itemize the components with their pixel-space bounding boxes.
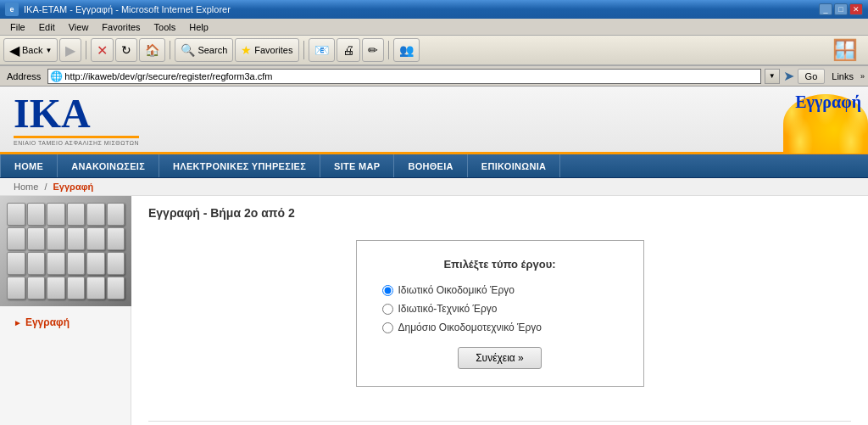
search-label: Search (198, 45, 227, 55)
menu-help[interactable]: Help (182, 20, 215, 34)
stop-icon: ✕ (97, 42, 108, 59)
radio-private-building[interactable] (382, 285, 393, 296)
sidebar-eggrafi-label: Εγγραφή (25, 316, 70, 328)
key-16 (67, 252, 86, 275)
menu-file[interactable]: File (3, 20, 32, 34)
breadcrumb: Home / Εγγραφή (0, 178, 868, 196)
favorites-button[interactable]: ★ Favorites (235, 38, 298, 62)
star-icon: ★ (241, 43, 252, 57)
back-button[interactable]: ◀ Back ▼ (3, 38, 58, 62)
key-4 (67, 203, 86, 226)
radio-item-2[interactable]: Ιδιωτικό-Τεχνικό Έργο (382, 303, 618, 315)
radio-private-technical[interactable] (382, 304, 393, 315)
edit-icon: ✏ (368, 43, 378, 57)
nav-announcements[interactable]: ΑΝΑΚΟΙΝΩΣΕΙΣ (58, 154, 159, 177)
edit-button[interactable]: ✏ (362, 38, 384, 62)
site-nav: HOME ΑΝΑΚΟΙΝΩΣΕΙΣ ΗΛΕΚΤΡΟΝΙΚΕΣ ΥΠΗΡΕΣΙΕΣ… (0, 154, 868, 178)
toolbar-separator-4 (388, 41, 389, 59)
nav-contact[interactable]: ΕΠΙΚΟΙΝΩΝΙΑ (468, 154, 560, 177)
submit-row: Συνέχεια » (382, 347, 618, 369)
breadcrumb-separator: / (44, 182, 47, 192)
toolbar-separator-1 (86, 41, 86, 59)
eggrafi-badge: Εγγραφή (795, 92, 861, 112)
print-button[interactable]: 🖨 (337, 38, 360, 62)
nav-help[interactable]: ΒΟΗΘΕΙΑ (394, 154, 467, 177)
forward-button[interactable]: ▶ (59, 38, 81, 62)
address-dropdown[interactable]: ▼ (765, 69, 780, 84)
site-header: ΙΚΑ ΕΝΙΑΙΟ ΤΑΜΕΙΟ ΑΣΦΑΛΙΣΗΣ ΜΙΣΘΩΤΩΝ Εγγ… (0, 87, 868, 154)
key-7 (7, 227, 25, 250)
key-11 (86, 227, 105, 250)
radio-item-3[interactable]: Δημόσιο Οικοδομοτεχνικό Έργο (382, 322, 618, 333)
media-button[interactable]: 📧 (309, 38, 335, 62)
toolbar: ◀ Back ▼ ▶ ✕ ↻ 🏠 🔍 Search ★ Favorites 📧 … (0, 36, 868, 66)
address-bar: Address 🌐 ▼ ➤ Go Links » (0, 66, 868, 87)
menu-favorites[interactable]: Favorites (95, 20, 147, 34)
close-button[interactable]: ✕ (849, 3, 863, 15)
sidebar-menu: ► Εγγραφή (0, 306, 131, 338)
key-19 (7, 277, 25, 299)
address-input-wrap: 🌐 (47, 69, 760, 84)
nav-sitemap[interactable]: SITE MAP (320, 154, 394, 177)
key-8 (27, 227, 46, 250)
logo-line (14, 136, 139, 138)
menu-view[interactable]: View (62, 20, 96, 34)
key-24 (107, 277, 125, 299)
toolbar-separator-3 (303, 41, 304, 59)
submit-button[interactable]: Συνέχεια » (458, 347, 542, 369)
window-controls[interactable]: _ □ ✕ (819, 3, 863, 15)
key-23 (86, 277, 105, 299)
key-15 (47, 252, 65, 275)
nav-services[interactable]: ΗΛΕΚΤΡΟΝΙΚΕΣ ΥΠΗΡΕΣΙΕΣ (159, 154, 320, 177)
nav-home[interactable]: HOME (0, 154, 58, 177)
nav-arrow: ➤ (783, 68, 794, 84)
key-12 (107, 227, 125, 250)
home-icon: 🏠 (145, 43, 159, 57)
site-container: ΙΚΑ ΕΝΙΑΙΟ ΤΑΜΕΙΟ ΑΣΦΑΛΙΣΗΣ ΜΙΣΘΩΤΩΝ Εγγ… (0, 87, 868, 425)
logo-text: ΙΚΑ (14, 93, 139, 134)
key-10 (67, 227, 86, 250)
logo-subtitle: ΕΝΙΑΙΟ ΤΑΜΕΙΟ ΑΣΦΑΛΙΣΗΣ ΜΙΣΘΩΤΩΝ (14, 140, 139, 146)
page-title: Εγγραφή - Βήμα 2ο από 2 (148, 206, 851, 226)
title-bar: e IKA-ETAM - Εγγραφή - Microsoft Interne… (0, 0, 868, 19)
sidebar-image (0, 196, 131, 306)
menu-tools[interactable]: Tools (147, 20, 183, 34)
go-button[interactable]: Go (798, 69, 826, 84)
radio-item-1[interactable]: Ιδιωτικό Οικοδομικό Έργο (382, 284, 618, 296)
menu-edit[interactable]: Edit (32, 20, 62, 34)
key-18 (107, 252, 125, 275)
radio-label-1: Ιδιωτικό Οικοδομικό Έργο (398, 284, 515, 296)
key-20 (27, 277, 46, 299)
form-title: Επιλέξτε τύπο έργου: (382, 258, 618, 271)
refresh-icon: ↻ (121, 43, 131, 57)
back-dropdown-icon[interactable]: ▼ (45, 47, 52, 54)
key-21 (47, 277, 65, 299)
radio-label-2: Ιδιωτικό-Τεχνικό Έργο (398, 303, 498, 315)
key-17 (86, 252, 105, 275)
sidebar: ► Εγγραφή (0, 196, 131, 425)
home-button[interactable]: 🏠 (139, 38, 165, 62)
footer-links: ◄ Επιστροφή | ▲ Κορυφή (148, 421, 851, 425)
breadcrumb-current: Εγγραφή (53, 182, 94, 192)
maximize-button[interactable]: □ (834, 3, 848, 15)
messenger-button[interactable]: 👥 (393, 38, 420, 62)
stop-button[interactable]: ✕ (91, 38, 114, 62)
windows-logo: 🪟 (832, 38, 858, 61)
radio-public-building[interactable] (382, 322, 393, 333)
breadcrumb-home[interactable]: Home (14, 182, 38, 192)
header-right: Εγγραφή (698, 86, 868, 154)
address-input[interactable] (64, 71, 758, 81)
key-5 (86, 203, 105, 226)
back-icon: ◀ (9, 42, 19, 59)
key-3 (47, 203, 65, 226)
print-icon: 🖨 (342, 43, 354, 57)
key-13 (7, 252, 25, 275)
search-button[interactable]: 🔍 Search (175, 38, 233, 62)
key-22 (67, 277, 86, 299)
key-14 (27, 252, 46, 275)
refresh-button[interactable]: ↻ (115, 38, 137, 62)
sidebar-eggrafi[interactable]: ► Εγγραφή (7, 313, 124, 332)
favorites-label: Favorites (254, 45, 292, 55)
radio-group: Ιδιωτικό Οικοδομικό Έργο Ιδιωτικό-Τεχνικ… (382, 284, 618, 333)
minimize-button[interactable]: _ (819, 3, 832, 15)
